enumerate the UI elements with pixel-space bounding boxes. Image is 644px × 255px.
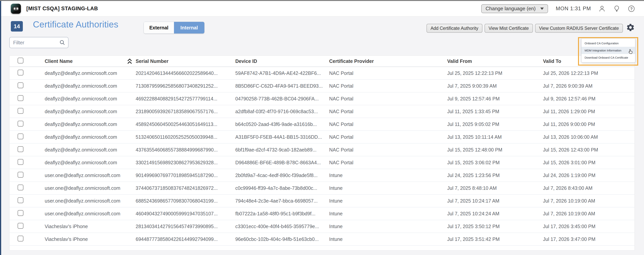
cell-certificate-provider: Intune	[329, 224, 447, 229]
table-row[interactable]: deaflyz@deaflyz.onmicrosoft.com 71308795…	[10, 80, 634, 92]
cell-serial-number: 33021491569892308627953629328...	[127, 160, 235, 166]
row-checkbox-cell	[10, 82, 45, 90]
table-row[interactable]: deaflyz@deaflyz.onmicrosoft.com 45892450…	[10, 118, 634, 131]
table-row[interactable]: Viacheslav’s iPhone 28134034142791564574…	[10, 220, 634, 233]
table-header-row: Client Name Serial Number Device ID Cert…	[10, 56, 634, 67]
cell-valid-from: Jul 11, 2025 1:33:45 PM	[447, 109, 543, 114]
row-checkbox[interactable]	[18, 108, 24, 114]
cell-certificate-provider: NAC Portal	[329, 96, 447, 102]
cell-valid-from: Jul 9, 2025 12:57:46 PM	[447, 96, 543, 102]
cell-certificate-provider: Intune	[329, 236, 447, 242]
table-row[interactable]: user.one@deaflyz.onmicrosoft.com 3744067…	[10, 182, 634, 195]
row-checkbox[interactable]	[18, 159, 24, 165]
table-row[interactable]: deaflyz@deaflyz.onmicrosoft.com 46922288…	[10, 92, 634, 105]
cell-valid-to: Jul 11, 2026 9:00:00 PM	[543, 122, 634, 127]
cell-client-name: deaflyz@deaflyz.onmicrosoft.com	[45, 122, 127, 127]
cell-valid-to: Jul 7, 2026 8:43:00 AM	[543, 185, 634, 191]
table-row[interactable]: user.one@deaflyz.onmicrosoft.com 6885243…	[10, 195, 634, 208]
filter-input[interactable]	[13, 40, 59, 46]
count-badge: 14	[11, 21, 23, 32]
row-checkbox-cell	[10, 184, 45, 192]
row-checkbox[interactable]	[18, 172, 24, 178]
cell-certificate-provider: NAC Portal	[329, 134, 447, 140]
row-checkbox[interactable]	[18, 236, 24, 242]
row-checkbox[interactable]	[18, 197, 24, 203]
table-row[interactable]: deaflyz@deaflyz.onmicrosoft.com 43763554…	[10, 144, 634, 156]
row-checkbox[interactable]	[18, 210, 24, 216]
table-row[interactable]: deaflyz@deaflyz.onmicrosoft.com 20214204…	[10, 67, 634, 80]
table-row[interactable]: Viacheslav’s iPhone 69448777385804226144…	[10, 233, 634, 246]
lightbulb-icon[interactable]	[613, 5, 620, 12]
change-language-button[interactable]: Change language (en)	[481, 4, 548, 13]
logo-eye-left	[14, 8, 16, 10]
row-checkbox-cell	[10, 146, 45, 153]
row-checkbox-cell	[10, 159, 45, 166]
view-custom-radius-server-certificate-button[interactable]: View Custom RADIUS Server Certificate	[535, 24, 623, 33]
add-certificate-authority-button[interactable]: Add Certificate Authority	[426, 24, 482, 33]
menu-item-mdm-integration-information[interactable]: MDM Integration Information	[582, 47, 635, 54]
cell-valid-from: Jul 13, 2025 10:11:14 AM	[447, 134, 543, 140]
column-header-device-id[interactable]: Device ID	[235, 58, 329, 64]
table-row[interactable]: deaflyz@deaflyz.onmicrosoft.com 33021491…	[10, 156, 634, 169]
row-checkbox[interactable]	[18, 95, 24, 101]
row-checkbox-cell	[10, 236, 45, 242]
row-checkbox[interactable]	[18, 184, 24, 190]
cell-device-id: 2b0fd9a7-4cac-4edf-890c-f39ade5f8...	[235, 172, 329, 178]
column-header-serial-number[interactable]: Serial Number	[127, 58, 235, 64]
select-all-checkbox[interactable]	[18, 58, 24, 64]
tab-external[interactable]: External	[144, 22, 174, 34]
table-row[interactable]: user.one@deaflyz.onmicrosoft.com 9014996…	[10, 169, 634, 182]
row-checkbox[interactable]	[18, 82, 24, 88]
cell-valid-to: Jul 15, 2026 12:43:00 PM	[543, 147, 634, 153]
row-checkbox-cell	[10, 108, 45, 115]
row-checkbox-cell	[10, 210, 45, 217]
row-checkbox[interactable]	[18, 223, 24, 229]
top-bar: [MIST CSQA] STAGING-LAB Change language …	[0, 1, 644, 16]
cell-client-name: deaflyz@deaflyz.onmicrosoft.com	[45, 134, 127, 140]
column-header-client-name[interactable]: Client Name	[45, 58, 127, 64]
cell-device-id: fb07222a-1a58-48f0-95c1-b9f3bd9f...	[235, 211, 329, 216]
mist-logo[interactable]	[11, 4, 21, 14]
cell-device-id: 96e60cbc-102b-404c-94fb-51e63cb0...	[235, 236, 329, 242]
table-row[interactable]: deaflyz@deaflyz.onmicrosoft.com 23189005…	[10, 105, 634, 118]
cell-valid-from: Jul 15, 2025 12:48:00 PM	[447, 147, 543, 153]
logo-eye-right	[16, 8, 18, 10]
cell-client-name: deaflyz@deaflyz.onmicrosoft.com	[45, 160, 127, 166]
cell-client-name: user.one@deaflyz.onmicrosoft.com	[45, 185, 127, 191]
table-row[interactable]: user.one@deaflyz.onmicrosoft.com 4604904…	[10, 208, 634, 220]
column-header-certificate-provider[interactable]: Certificate Provider	[329, 58, 447, 64]
table-row[interactable]: deaflyz@deaflyz.onmicrosoft.com 51324065…	[10, 131, 634, 144]
cell-client-name: deaflyz@deaflyz.onmicrosoft.com	[45, 109, 127, 114]
cell-device-id: A31BF5F0-F5EB-44A1-BB15-3316DD...	[235, 134, 329, 140]
row-checkbox[interactable]	[18, 146, 24, 152]
clock-label: MON 1:31 PM	[556, 6, 591, 12]
top-bar-right: Change language (en) MON 1:31 PM	[481, 4, 635, 13]
mist-logo-visor	[13, 7, 19, 11]
settings-gear-icon[interactable]	[626, 23, 635, 32]
row-checkbox[interactable]	[18, 121, 24, 126]
row-checkbox[interactable]	[18, 134, 24, 139]
cell-valid-from: Jul 15, 2025 3:06:02 PM	[447, 160, 543, 166]
cell-valid-to: Jul 15, 2026 3:01:00 PM	[543, 160, 634, 166]
cell-valid-from: Jul 24, 2025 1:23:56 PM	[447, 172, 543, 178]
menu-item-download-onboard-ca-certificate[interactable]: Download Onboard CA Certificate	[582, 54, 635, 61]
cell-certificate-provider: NAC Portal	[329, 147, 447, 153]
cell-serial-number: 68852436986577098307068043199...	[127, 198, 235, 204]
cell-client-name: user.one@deaflyz.onmicrosoft.com	[45, 198, 127, 204]
cell-certificate-provider: Intune	[329, 211, 447, 216]
table-body: deaflyz@deaflyz.onmicrosoft.com 20214204…	[10, 67, 634, 246]
cell-serial-number: 45892450604500254463051649113...	[127, 122, 235, 127]
cell-serial-number: 71308795996258568073408291252...	[127, 83, 235, 89]
account-icon[interactable]	[598, 5, 606, 12]
view-mist-certificate-button[interactable]: View Mist Certificate	[484, 24, 533, 33]
tab-internal[interactable]: Internal	[174, 22, 204, 34]
row-checkbox[interactable]	[18, 70, 24, 76]
menu-item-onboard-ca-configuration[interactable]: Onboard CA Configuration	[582, 40, 635, 47]
row-checkbox-cell	[10, 197, 45, 204]
settings-dropdown-menu: Onboard CA Configuration MDM Integration…	[581, 38, 635, 62]
column-header-valid-from[interactable]: Valid From	[447, 58, 543, 64]
cell-serial-number: 90149969076977018985945187290...	[127, 172, 235, 178]
cell-client-name: deaflyz@deaflyz.onmicrosoft.com	[45, 83, 127, 89]
help-icon[interactable]: ?	[628, 5, 635, 12]
cell-client-name: Viacheslav’s iPhone	[45, 236, 127, 242]
